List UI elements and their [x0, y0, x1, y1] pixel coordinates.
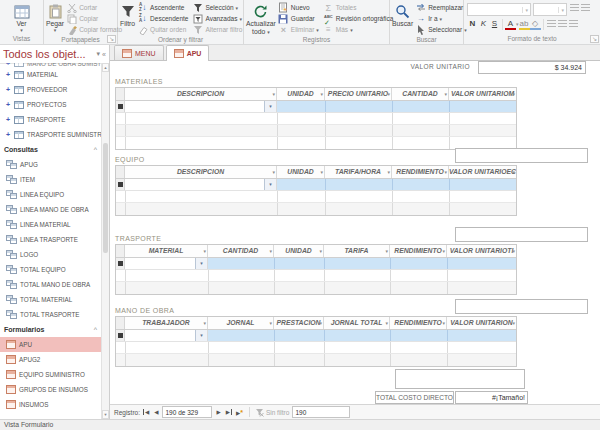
column-header[interactable]: DESCRIPCION▾	[125, 88, 277, 100]
empty-row[interactable]	[116, 270, 516, 282]
spelling-button[interactable]: ABC✓ Revisión ortográfica	[321, 13, 395, 24]
select-all-cell[interactable]	[116, 88, 125, 100]
first-record-button[interactable]: ◀	[143, 409, 150, 415]
advanced-filter-button[interactable]: Avanzadas ▾	[190, 13, 244, 24]
select-button[interactable]: Seleccionar ▾	[413, 24, 468, 35]
align-center-icon[interactable]	[558, 20, 567, 28]
font-color-button[interactable]: A	[505, 19, 516, 30]
nav-item-query[interactable]: TOTAL TRASPORTE	[0, 307, 101, 322]
nav-item-table[interactable]: + TRASPORTE	[0, 112, 101, 127]
nav-item-query[interactable]: LOGO	[0, 247, 101, 262]
row-cells[interactable]	[208, 258, 516, 269]
nav-item-form[interactable]: APUG2	[0, 352, 101, 367]
collapse-group-icon[interactable]: ^	[94, 146, 97, 153]
toggle-filter-button[interactable]: Alternar filtro	[190, 24, 244, 35]
dialog-launcher-icon[interactable]: ↘	[590, 35, 599, 43]
numbered-list-icon[interactable]	[581, 4, 590, 12]
row-cells[interactable]	[277, 101, 516, 112]
more-button[interactable]: ≡ Más ▾	[321, 24, 395, 35]
delete-record-button[interactable]: × Eliminar ▾	[276, 24, 321, 35]
save-button[interactable]: Guardar	[276, 13, 321, 24]
nav-item-table[interactable]: + PROVEEDOR	[0, 82, 101, 97]
record-selector[interactable]	[116, 179, 125, 190]
empty-row[interactable]	[116, 342, 516, 354]
nav-item-query[interactable]: LINEA TRASPORTE	[0, 232, 101, 247]
column-header[interactable]: DESCRIPCION▾	[125, 166, 277, 178]
column-header[interactable]: VALOR UNITARIOM▾	[449, 88, 516, 100]
empty-row[interactable]	[116, 354, 516, 366]
scrollbar-thumb[interactable]	[103, 143, 108, 253]
view-button[interactable]: Ver ▾	[14, 2, 30, 33]
valor-unitario-field[interactable]: $ 34.924	[478, 61, 586, 74]
align-right-icon[interactable]	[569, 20, 578, 28]
column-header[interactable]: MATERIAL▾	[125, 245, 208, 257]
nav-item-form[interactable]: APU	[0, 337, 101, 352]
bullet-list-icon[interactable]	[570, 4, 579, 12]
nav-item-query[interactable]: TOTAL EQUIPO	[0, 262, 101, 277]
column-header[interactable]: VALOR UNITARIOEC▾	[449, 166, 516, 178]
filter-status-button[interactable]: Sin filtro	[255, 408, 289, 417]
column-header[interactable]: CANTIDAD▾	[392, 88, 449, 100]
next-record-button[interactable]: ▶	[215, 409, 221, 415]
current-row[interactable]: ▾	[116, 330, 516, 342]
nav-item-clipped[interactable]: + MANO DE OBRA SUMISTRO	[0, 63, 101, 67]
nav-item-form[interactable]: GRUPOS DE INSUMOS	[0, 382, 101, 397]
find-button[interactable]: Buscar	[392, 2, 413, 28]
clear-sort-button[interactable]: Quitar orden	[135, 24, 190, 35]
column-header[interactable]: UNIDAD▾	[277, 88, 325, 100]
nav-item-query[interactable]: LINEA MANO DE OBRA	[0, 202, 101, 217]
scroll-down-icon[interactable]: ▼	[102, 410, 109, 419]
column-header[interactable]: VALOR UNITARION▾	[447, 317, 516, 329]
combo-dropdown-icon[interactable]: ▾	[264, 101, 276, 112]
nav-item-form[interactable]: EQUIPO SUMINISTRO	[0, 367, 101, 382]
highlight-color-button[interactable]: ab	[519, 19, 530, 30]
align-left-icon[interactable]	[547, 20, 556, 28]
record-selector[interactable]	[116, 330, 125, 341]
empty-row[interactable]	[116, 203, 516, 215]
column-header[interactable]: PRECIO UNITARIO▾	[325, 88, 392, 100]
column-header[interactable]: TARIFA▾	[324, 245, 390, 257]
nav-group-forms[interactable]: Formularios ^	[0, 322, 101, 337]
italic-button[interactable]: K	[478, 18, 489, 30]
nav-item-query[interactable]: LINEA MATERIAL	[0, 217, 101, 232]
descripcion-combo[interactable]: ▾	[125, 101, 277, 112]
material-combo[interactable]: ▾	[125, 258, 208, 269]
column-header[interactable]: RENDIMIENTO▾	[390, 317, 447, 329]
record-position-input[interactable]	[162, 406, 212, 418]
scroll-up-icon[interactable]: ▲	[102, 63, 109, 72]
nav-group-queries[interactable]: Consultas ^	[0, 142, 101, 157]
new-blank-record-button[interactable]: ▶*	[235, 409, 244, 416]
column-header[interactable]: TARIFA/HORA▾	[325, 166, 392, 178]
last-record-button[interactable]: ▶	[225, 409, 232, 415]
paste-button[interactable]: Pegar ▾	[46, 2, 64, 33]
filter-button[interactable]: Filtro	[120, 2, 135, 28]
row-cells[interactable]	[208, 330, 516, 341]
combo-dropdown-icon[interactable]: ▾	[195, 258, 207, 269]
column-header[interactable]: TRABAJADOR▾	[125, 317, 208, 329]
nav-item-table[interactable]: + PROYECTOS	[0, 97, 101, 112]
new-record-button[interactable]: * Nuevo	[276, 2, 321, 13]
nav-item-form[interactable]: INSUMOS	[0, 397, 101, 412]
tab-menu[interactable]: MENU	[114, 45, 164, 60]
nav-item-table[interactable]: + MATERIAL	[0, 67, 101, 82]
nav-menu-dropdown-icon[interactable]: ▾	[97, 50, 101, 58]
nav-item-query[interactable]: TOTAL MANO DE OBRA	[0, 277, 101, 292]
column-header[interactable]: UNIDAD▾	[274, 245, 324, 257]
refresh-all-button[interactable]: Actualizar todo ▾	[246, 2, 276, 35]
copy-button[interactable]: Copiar	[64, 13, 124, 24]
column-header[interactable]: JORNAL▾	[208, 317, 274, 329]
column-header[interactable]: PRESTACION▾	[274, 317, 324, 329]
record-selector[interactable]	[116, 101, 125, 112]
column-header[interactable]: RENDIMIENTO▾	[392, 166, 449, 178]
cut-button[interactable]: Cortar	[64, 2, 124, 13]
sort-descending-button[interactable]: ZA↓ Descendente	[135, 13, 190, 24]
record-selector[interactable]	[116, 258, 125, 269]
empty-row[interactable]	[116, 113, 516, 125]
combo-dropdown-icon[interactable]: ▾	[195, 330, 207, 341]
nav-item-query[interactable]: TOTAL MATERIAL	[0, 292, 101, 307]
sidebar-scrollbar[interactable]: ▲ ▼	[101, 63, 109, 419]
descripcion-combo[interactable]: ▾	[125, 179, 277, 190]
record-search-input[interactable]	[292, 406, 350, 418]
dialog-launcher-icon[interactable]: ↘	[107, 35, 116, 43]
underline-button[interactable]: S	[489, 18, 500, 30]
